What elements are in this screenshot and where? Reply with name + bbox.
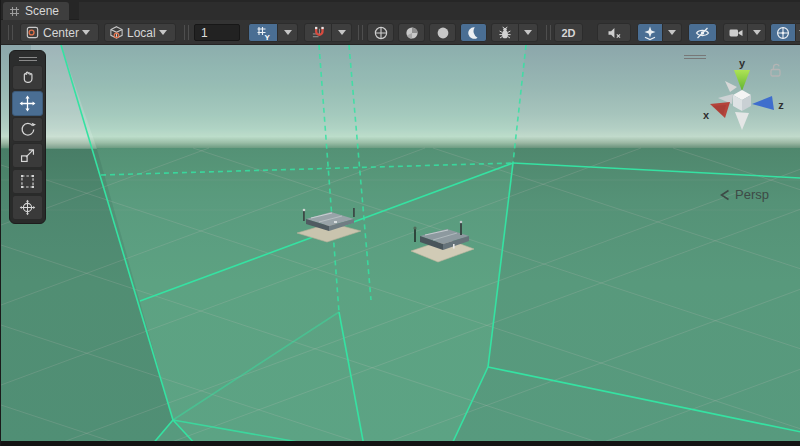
axis-cone-gray-down[interactable] bbox=[735, 112, 749, 130]
hand-icon bbox=[18, 68, 37, 87]
tool-transform[interactable] bbox=[12, 195, 43, 220]
camera-settings-dropdown[interactable] bbox=[748, 23, 766, 42]
audio-toggle[interactable] bbox=[597, 23, 631, 42]
grid-snap-toggle[interactable]: Y bbox=[248, 23, 278, 42]
tab-title: Scene bbox=[25, 4, 59, 18]
grid-size-input[interactable] bbox=[194, 24, 240, 41]
effects-dropdown[interactable] bbox=[663, 23, 682, 42]
magnet-snap-icon bbox=[311, 25, 326, 40]
moon-icon bbox=[466, 25, 482, 41]
scene-lighting-toggle[interactable] bbox=[460, 23, 487, 42]
toolbar-grip[interactable] bbox=[546, 25, 551, 40]
orientation-label: Local bbox=[127, 26, 156, 40]
grid-tab-icon bbox=[9, 6, 20, 17]
scale-icon bbox=[18, 146, 37, 165]
shaded-sphere-icon bbox=[404, 25, 420, 41]
lighting-toggle[interactable] bbox=[429, 23, 456, 42]
chevron-down-icon bbox=[159, 30, 167, 35]
tool-hand[interactable] bbox=[12, 65, 43, 90]
transform-icon bbox=[18, 198, 37, 217]
debug-mode-button[interactable] bbox=[491, 23, 519, 42]
axis-cone-gray-upleft[interactable] bbox=[725, 81, 737, 92]
eye-slash-icon bbox=[694, 25, 711, 41]
pivot-center-icon bbox=[25, 25, 40, 40]
window-edge bbox=[1, 441, 800, 446]
axis-z-cone[interactable]: z bbox=[752, 96, 784, 111]
cube-orientation-icon bbox=[109, 25, 124, 40]
move-icon bbox=[18, 94, 37, 113]
gizmos-dropdown[interactable] bbox=[796, 23, 800, 42]
effects-icon bbox=[642, 25, 658, 41]
camera-settings-button[interactable] bbox=[723, 23, 748, 42]
scene-canvas[interactable] bbox=[1, 45, 800, 446]
chevron-down-icon bbox=[338, 30, 346, 35]
scene-toolbar: Center Local Y bbox=[1, 20, 800, 45]
pivot-mode-label: Center bbox=[43, 26, 79, 40]
audio-muted-icon bbox=[606, 25, 623, 41]
tool-rotate[interactable] bbox=[12, 117, 43, 142]
toolbar-grip[interactable] bbox=[358, 25, 363, 40]
tool-move[interactable] bbox=[12, 91, 43, 116]
grid-snap-dropdown[interactable] bbox=[278, 23, 298, 42]
tab-scene[interactable]: Scene bbox=[3, 2, 69, 20]
shaded-mode-button[interactable] bbox=[398, 23, 425, 42]
gizmos-icon bbox=[775, 25, 791, 41]
orientation-dropdown[interactable]: Local bbox=[104, 23, 176, 42]
2d-mode-label: 2D bbox=[561, 27, 575, 39]
circle-icon bbox=[435, 25, 451, 41]
chevron-down-icon bbox=[524, 30, 532, 35]
chevron-left-icon bbox=[719, 189, 731, 201]
scene-window: Scene Center Local Y bbox=[0, 0, 800, 446]
effects-toggle[interactable] bbox=[637, 23, 663, 42]
camera-icon bbox=[728, 25, 744, 41]
magnet-snap-dropdown[interactable] bbox=[332, 23, 352, 42]
axis-z-label: z bbox=[778, 99, 784, 111]
pivot-mode-dropdown[interactable]: Center bbox=[20, 23, 99, 42]
chevron-down-icon bbox=[82, 30, 90, 35]
rect-tool-icon bbox=[18, 172, 37, 191]
gizmos-toggle[interactable] bbox=[770, 23, 796, 42]
axis-y-cone[interactable]: y bbox=[734, 57, 750, 91]
tool-scale[interactable] bbox=[12, 143, 43, 168]
magnet-snap-toggle[interactable] bbox=[304, 23, 332, 42]
draw-mode-button[interactable] bbox=[367, 23, 394, 42]
scene-viewport[interactable]: y x z bbox=[1, 45, 800, 446]
2d-mode-toggle[interactable]: 2D bbox=[554, 23, 583, 42]
rotate-icon bbox=[18, 120, 37, 139]
axis-x-label: x bbox=[703, 109, 710, 121]
gizmo-lock-icon[interactable] bbox=[769, 63, 782, 77]
projection-toggle[interactable]: Persp bbox=[699, 187, 789, 202]
grid-snap-icon: Y bbox=[255, 25, 271, 41]
bug-icon bbox=[497, 25, 513, 41]
scene-visibility-toggle[interactable] bbox=[688, 23, 717, 42]
tab-bar: Scene bbox=[1, 0, 800, 20]
axis-x-cone[interactable]: x bbox=[703, 102, 730, 121]
debug-mode-dropdown[interactable] bbox=[519, 23, 538, 42]
axis-y-label: y bbox=[739, 57, 746, 69]
chevron-down-icon bbox=[668, 30, 676, 35]
tools-overlay-handle[interactable] bbox=[10, 54, 45, 64]
gizmo-cube[interactable] bbox=[733, 90, 751, 111]
tool-rect[interactable] bbox=[12, 169, 43, 194]
toolbar-grip[interactable] bbox=[184, 25, 189, 40]
grid-snap-axis-label: Y bbox=[265, 32, 271, 41]
chevron-down-icon bbox=[753, 30, 761, 35]
tools-overlay bbox=[9, 50, 46, 224]
projection-label: Persp bbox=[735, 187, 769, 202]
wireframe-sphere-icon bbox=[373, 25, 389, 41]
toolbar-grip[interactable] bbox=[8, 25, 13, 40]
tab-well bbox=[79, 2, 800, 20]
chevron-down-icon bbox=[284, 30, 292, 35]
